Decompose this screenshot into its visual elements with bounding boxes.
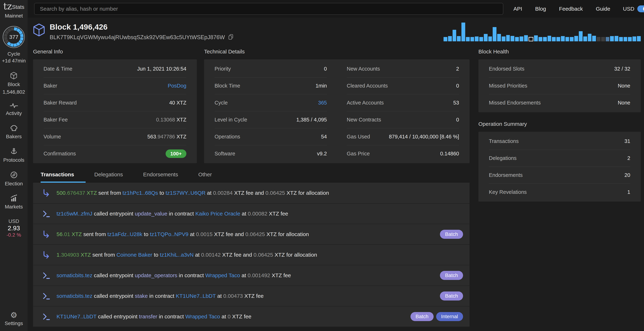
histogram-bar[interactable] <box>619 37 623 41</box>
transaction-row[interactable]: somaticbits.tez called entrypoint stake … <box>33 286 470 306</box>
operation-text-segment: called entrypoint <box>92 272 135 278</box>
main-content: Block 1,496,426 BLK7T9KLqVGWMywu4ajRUwbs… <box>28 17 644 331</box>
histogram-bar[interactable] <box>561 36 565 41</box>
row-value-segment: 54 <box>321 134 327 139</box>
histogram-bar[interactable] <box>510 36 514 41</box>
operation-badge: Internal <box>436 312 463 321</box>
histogram-bar[interactable] <box>624 37 628 41</box>
activity-icon <box>10 106 18 109</box>
histogram-bar[interactable] <box>597 37 600 41</box>
sidebar-item-activity[interactable]: Activity <box>6 103 22 117</box>
sidebar-item-markets[interactable]: Markets <box>5 195 23 210</box>
cycle-number: 377 <box>7 30 20 44</box>
histogram-bar[interactable] <box>497 34 501 41</box>
search-input[interactable] <box>34 3 503 15</box>
tab[interactable]: Transactions <box>41 171 74 183</box>
histogram-bar[interactable] <box>606 37 610 41</box>
nav-link[interactable]: API <box>514 6 522 12</box>
operation-text-segment: tz1S7WY..U6QR <box>166 190 206 196</box>
tab[interactable]: Delegations <box>94 171 123 183</box>
transaction-row[interactable]: KT1UNe7..LbDT called entrypoint transfer… <box>33 306 470 327</box>
price-change: -0.2 % <box>6 232 21 238</box>
histogram-bar[interactable] <box>457 36 461 41</box>
histogram-bar[interactable] <box>502 36 506 41</box>
tab[interactable]: Other <box>198 171 212 183</box>
sidebar-item-settings[interactable]: ⚙ Settings <box>5 311 23 327</box>
histogram-bar[interactable] <box>520 36 523 41</box>
histogram-bar[interactable] <box>543 37 547 41</box>
histogram-bar[interactable] <box>475 36 478 41</box>
row-label: New Accounts <box>347 66 380 72</box>
info-row: Transactions 31 <box>489 133 630 150</box>
histogram-bar[interactable] <box>444 37 447 41</box>
histogram-bar[interactable] <box>493 27 496 41</box>
histogram-bar[interactable] <box>583 36 587 41</box>
transaction-row[interactable]: 1.304903 XTZ sent from Coinone Baker to … <box>33 244 470 265</box>
sidebar-item-cycle[interactable]: 377 Cycle +1d 47min <box>2 26 26 64</box>
histogram-bar[interactable] <box>632 36 636 41</box>
histogram-bar[interactable] <box>637 36 641 41</box>
currency-toggle[interactable] <box>637 5 644 12</box>
histogram-bar[interactable] <box>601 37 605 41</box>
sidebar-item-protocols[interactable]: Protocols <box>3 147 24 163</box>
sidebar-item-block[interactable]: Block 1,546,802 <box>2 72 25 95</box>
histogram-bar[interactable] <box>470 37 474 41</box>
transaction-row[interactable]: tz1c5wM..zfmJ called entrypoint update_v… <box>33 203 470 224</box>
row-label: Missed Endorsements <box>489 100 541 106</box>
histogram-bar[interactable] <box>524 35 528 41</box>
operation-text-segment: XTZ fee <box>243 293 264 299</box>
transaction-row[interactable]: 500.676437 XTZ sent from tz1hPc1..68Qs t… <box>33 183 470 203</box>
tzstats-logo[interactable]: tz Stats <box>3 1 24 11</box>
nav-link[interactable]: Guide <box>596 6 610 12</box>
histogram-bar[interactable] <box>556 37 560 41</box>
histogram-bar[interactable] <box>574 36 578 41</box>
sidebar-item-election[interactable]: Election <box>5 171 23 187</box>
histogram-bar[interactable] <box>566 37 569 41</box>
row-label: Baker Fee <box>44 117 68 123</box>
histogram-bar[interactable] <box>534 35 538 41</box>
transaction-row[interactable]: 56.01 XTZ sent from tz1aFdz..U28k to tz1… <box>33 224 470 244</box>
histogram-bar[interactable] <box>484 34 488 41</box>
topbar: APIBlogFeedbackGuide USD XTZ <box>28 0 644 17</box>
histogram-bar[interactable] <box>538 37 542 41</box>
operation-text-segment: update_operators <box>135 272 177 278</box>
histogram-bar[interactable] <box>614 36 618 41</box>
send-arrow-icon <box>42 188 51 197</box>
row-label: Missed Priorities <box>489 83 527 89</box>
tab[interactable]: Endorsements <box>143 171 178 183</box>
histogram-bar[interactable] <box>448 36 452 41</box>
blocks-activity-histogram[interactable] <box>444 22 641 41</box>
histogram-bar[interactable] <box>548 36 551 41</box>
histogram-bar[interactable] <box>515 37 519 41</box>
operation-text-segment: to <box>158 190 166 196</box>
row-value-segment: 100+ <box>166 149 186 158</box>
histogram-bar[interactable] <box>579 31 582 41</box>
operation-text-segment: XTZ for allocation <box>265 231 309 237</box>
info-row: Gas Price 0.14860 <box>347 145 459 162</box>
histogram-bar[interactable] <box>610 36 614 41</box>
histogram-bar[interactable] <box>528 37 534 41</box>
nav-link[interactable]: Feedback <box>559 6 583 12</box>
copy-icon[interactable] <box>228 34 234 41</box>
operation-text-segment: XTZ for allocation <box>285 190 329 196</box>
row-label: Transactions <box>489 138 519 144</box>
transaction-row[interactable]: somaticbits.tez called entrypoint update… <box>33 265 470 286</box>
histogram-bar[interactable] <box>552 37 556 41</box>
operation-text-segment: 0.001492 <box>248 272 270 278</box>
histogram-bar[interactable] <box>570 37 574 41</box>
row-value-segment: 2 <box>456 66 459 72</box>
nav-link[interactable]: Blog <box>535 6 546 12</box>
histogram-bar[interactable] <box>466 37 470 41</box>
histogram-bar[interactable] <box>588 34 592 41</box>
sidebar-item-bakers[interactable]: Bakers <box>6 124 22 140</box>
histogram-bar[interactable] <box>592 36 596 41</box>
operation-text-segment: 56 <box>56 231 62 237</box>
histogram-bar[interactable] <box>628 37 632 41</box>
histogram-bar[interactable] <box>506 35 510 41</box>
histogram-bar[interactable] <box>452 30 456 41</box>
operation-text-segment: at <box>240 272 248 278</box>
histogram-bar[interactable] <box>479 37 483 41</box>
histogram-bar[interactable] <box>462 22 465 41</box>
operation-text-segment: .01 <box>62 231 70 237</box>
histogram-bar[interactable] <box>488 36 492 41</box>
